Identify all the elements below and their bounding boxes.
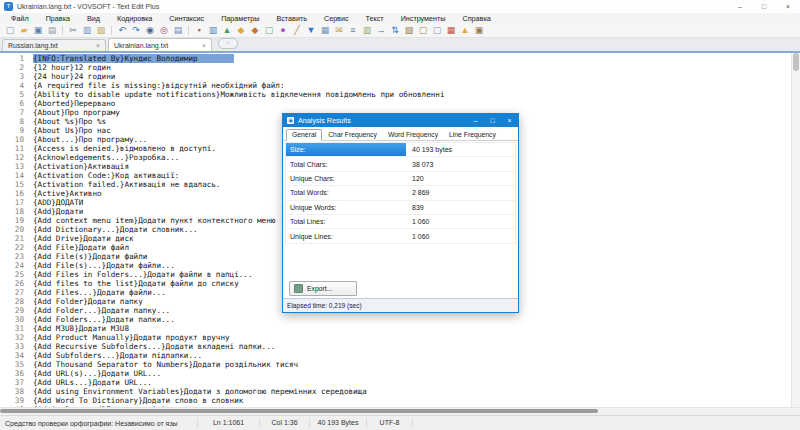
sort-icon[interactable]: ⇅ bbox=[389, 25, 401, 36]
printer-color-icon[interactable]: ▥ bbox=[207, 25, 219, 36]
clipboard-history-icon[interactable]: ▧ bbox=[403, 25, 415, 36]
application-window: T Ukrainian.lang.txt - VOVSOFT - Text Ed… bbox=[0, 0, 800, 430]
menu-item-9[interactable]: Текст bbox=[359, 13, 391, 24]
case-icon[interactable]: ▲ bbox=[459, 25, 471, 36]
insert-image-icon[interactable]: ▲ bbox=[221, 25, 233, 36]
pencil-icon[interactable]: ╱ bbox=[291, 25, 303, 36]
copy-icon[interactable]: ▥ bbox=[81, 25, 93, 36]
analysis-row[interactable]: Unique Words:839 bbox=[286, 201, 515, 215]
analysis-row[interactable]: Size:40 193 bytes bbox=[286, 143, 515, 157]
export-button[interactable]: Export... bbox=[289, 281, 357, 296]
editor-line[interactable]: 37{Add URLs...}Додати URL... bbox=[0, 378, 792, 387]
redo-icon[interactable]: ↷ bbox=[130, 25, 142, 36]
find-replace-icon[interactable]: ◎ bbox=[158, 25, 170, 36]
print-icon[interactable]: ▤ bbox=[46, 25, 58, 36]
line-number: 11 bbox=[0, 144, 24, 153]
dialog-minimize-button[interactable]: – bbox=[467, 114, 484, 127]
line-number: 15 bbox=[0, 180, 24, 189]
toolbar-separator bbox=[188, 26, 189, 35]
zoom-icon[interactable]: ◉ bbox=[144, 25, 156, 36]
numbered-list-icon[interactable]: ≡ bbox=[347, 25, 359, 36]
document-tab-2[interactable]: Ukrainian.lang.txt× bbox=[108, 38, 212, 51]
line-text: {Add using Environment Variables}Додати … bbox=[33, 387, 367, 396]
send-email-icon[interactable]: ✉ bbox=[333, 25, 345, 36]
editor-line[interactable]: 32{Add Product Manually}Додати продукт в… bbox=[0, 333, 792, 342]
undo-icon[interactable]: ↶ bbox=[116, 25, 128, 36]
menu-item-1[interactable]: Файл bbox=[4, 13, 36, 24]
save-icon[interactable]: ▣ bbox=[32, 25, 44, 36]
format-painter-icon[interactable]: ▥ bbox=[361, 25, 373, 36]
editor-line[interactable]: 4{A required file is missing:}відсутній … bbox=[0, 81, 792, 90]
vertical-scrollbar-thumb[interactable] bbox=[793, 53, 799, 71]
menu-item-3[interactable]: Вид bbox=[80, 13, 107, 24]
menu-item-7[interactable]: Вставить bbox=[269, 13, 313, 24]
editor-line[interactable]: 36{Add URL(s)...}Додати URL... bbox=[0, 369, 792, 378]
editor-line[interactable]: 2{12 hour}12 годин bbox=[0, 63, 792, 72]
open-folder-icon[interactable]: ▰ bbox=[18, 25, 30, 36]
minimize-button[interactable]: – bbox=[728, 0, 752, 13]
editor-line[interactable]: 6{Aborted}Перервано bbox=[0, 99, 792, 108]
unlock-icon[interactable]: ◆ bbox=[249, 25, 261, 36]
tab-search-button[interactable]: ○ bbox=[218, 38, 238, 49]
bookmark-icon[interactable]: ▪ bbox=[193, 25, 205, 36]
horizontal-scrollbar[interactable] bbox=[0, 407, 800, 415]
go-to-icon[interactable]: → bbox=[375, 25, 387, 36]
editor-line[interactable]: 5{Ability to disable update notification… bbox=[0, 90, 792, 99]
line-text: {Activation}Активація bbox=[33, 162, 129, 171]
lock-icon[interactable]: ◆ bbox=[235, 25, 247, 36]
horizontal-scrollbar-thumb[interactable] bbox=[0, 409, 598, 413]
dialog-tab-char-frequency[interactable]: Char Frequency bbox=[323, 130, 382, 140]
analysis-row[interactable]: Unique Chars:120 bbox=[286, 172, 515, 186]
line-number: 27 bbox=[0, 288, 24, 297]
modify-icon[interactable]: ▢ bbox=[431, 25, 443, 36]
filter-icon[interactable]: ▼ bbox=[305, 25, 317, 36]
rename-icon[interactable]: ▢ bbox=[417, 25, 429, 36]
paste-icon[interactable]: ▨ bbox=[95, 25, 107, 36]
exit-icon[interactable]: ▣ bbox=[473, 25, 485, 36]
menu-item-6[interactable]: Параметры bbox=[214, 13, 266, 24]
dialog-close-button[interactable]: × bbox=[501, 114, 518, 127]
menu-item-5[interactable]: Синтаксис bbox=[162, 13, 211, 24]
menu-item-10[interactable]: Инструменты bbox=[394, 13, 453, 24]
editor-line[interactable]: 3{24 hour}24 години bbox=[0, 72, 792, 81]
line-text: {Add File(s)...}Додати файли... bbox=[33, 261, 175, 270]
editor-line[interactable]: 33{Add Recursive Subfolders...}Додати вк… bbox=[0, 342, 792, 351]
editor-line[interactable]: 39{Add Word To Dictionary}Додати слово в… bbox=[0, 396, 792, 405]
dialog-tab-general[interactable]: General bbox=[286, 129, 322, 141]
analysis-row[interactable]: Total Lines:1 060 bbox=[286, 215, 515, 229]
menu-item-11[interactable]: Справка bbox=[456, 13, 498, 24]
window-controls: – □ × bbox=[728, 0, 800, 13]
line-text: {About Us}Про нас bbox=[33, 126, 111, 135]
file-size-indicator: 40 193 Bytes bbox=[309, 418, 366, 428]
editor-line[interactable]: 31{Add M3U8}Додати M3U8 bbox=[0, 324, 792, 333]
maximize-button[interactable]: □ bbox=[752, 0, 776, 13]
menu-item-4[interactable]: Кодировка bbox=[110, 13, 159, 24]
print-preview-icon[interactable]: ▤ bbox=[172, 25, 184, 36]
analysis-row[interactable]: Total Chars:38 073 bbox=[286, 157, 515, 171]
script-file-icon[interactable]: ▢ bbox=[263, 25, 275, 36]
cut-icon[interactable]: ✂ bbox=[67, 25, 79, 36]
tab-close-icon[interactable]: × bbox=[202, 42, 206, 49]
insert-table-icon[interactable]: ▦ bbox=[319, 25, 331, 36]
vertical-scrollbar[interactable] bbox=[791, 53, 800, 407]
calendar-icon[interactable]: ▦ bbox=[445, 25, 457, 36]
analysis-row[interactable]: Total Words:2 869 bbox=[286, 186, 515, 200]
editor-line[interactable]: 34{Add Subfolders...}Додати підпапки... bbox=[0, 351, 792, 360]
menu-item-2[interactable]: Правка bbox=[39, 13, 77, 24]
line-number: 3 bbox=[0, 72, 24, 81]
dialog-maximize-button[interactable]: □ bbox=[484, 114, 501, 127]
dialog-tab-line-frequency[interactable]: Line Frequency bbox=[444, 130, 501, 140]
editor-line[interactable]: 30{Add Folders...}Додати папки... bbox=[0, 315, 792, 324]
tab-close-icon[interactable]: × bbox=[96, 42, 100, 49]
new-file-icon[interactable]: ▢ bbox=[4, 25, 16, 36]
close-button[interactable]: × bbox=[776, 0, 800, 13]
document-tab-1[interactable]: Russian.lang.txt× bbox=[2, 39, 106, 51]
editor-line[interactable]: 35{Add Thousand Separator to Numbers}Дод… bbox=[0, 360, 792, 369]
editor-line[interactable]: 38{Add using Environment Variables}Додат… bbox=[0, 387, 792, 396]
editor-line[interactable]: 1{INFO:Translated By}Кундис Володимир bbox=[0, 54, 792, 63]
color-picker-icon[interactable]: ● bbox=[277, 25, 289, 36]
analysis-row[interactable]: Unique Lines:1 060 bbox=[286, 229, 515, 243]
line-text: {Add}Додати bbox=[33, 207, 83, 216]
dialog-tab-word-frequency[interactable]: Word Frequency bbox=[383, 130, 443, 140]
menu-item-8[interactable]: Сервис bbox=[317, 13, 356, 24]
